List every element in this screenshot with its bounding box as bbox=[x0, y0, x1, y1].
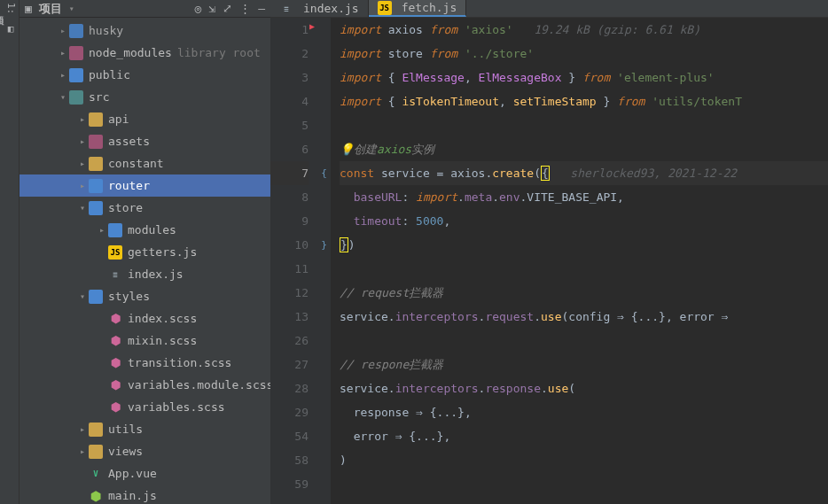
code-line[interactable]: // respone拦截器 bbox=[340, 353, 828, 376]
code-line[interactable]: service.interceptors.response.use( bbox=[340, 376, 828, 400]
tree-item-getters-js[interactable]: JSgetters.js bbox=[20, 241, 270, 263]
tree-item-styles[interactable]: styles bbox=[20, 285, 270, 307]
line-number[interactable]: 12 bbox=[270, 281, 309, 305]
code-line[interactable]: }) bbox=[340, 233, 828, 257]
bookmarks-icon[interactable]: ◧ bbox=[3, 21, 17, 35]
line-number[interactable]: 10 bbox=[270, 233, 309, 257]
code-line[interactable]: baseURL: import.meta.env.VITE_BASE_API, bbox=[340, 185, 828, 209]
fold-marker bbox=[317, 113, 331, 137]
tree-item-utils[interactable]: utils bbox=[20, 418, 270, 440]
line-number[interactable]: 6 bbox=[270, 137, 309, 161]
expand-icon[interactable]: ⤢ bbox=[223, 2, 232, 15]
expand-arrow-icon[interactable] bbox=[57, 48, 69, 58]
code-line[interactable]: service.interceptors.request.use(config … bbox=[340, 305, 828, 329]
tab-fetch-js[interactable]: JSfetch.js bbox=[369, 0, 467, 17]
code-line[interactable] bbox=[340, 113, 828, 137]
line-gutter[interactable]: ▶ 1234567891011121326272829545859 bbox=[270, 18, 317, 504]
line-number[interactable]: 54 bbox=[270, 424, 309, 448]
tree-item-assets[interactable]: assets bbox=[20, 130, 270, 152]
tree-item-mixin-scss[interactable]: ⬢mixin.scss bbox=[20, 330, 270, 352]
line-number[interactable]: 28 bbox=[270, 376, 309, 400]
code-line[interactable] bbox=[340, 257, 828, 281]
tab-index-js[interactable]: ≡index.js bbox=[270, 0, 369, 17]
expand-arrow-icon[interactable] bbox=[57, 70, 69, 80]
chevron-down-icon[interactable]: ▾ bbox=[69, 4, 74, 13]
fold-marker[interactable]: { bbox=[317, 161, 331, 185]
tree-item-husky[interactable]: husky bbox=[20, 19, 270, 42]
editor-area: ≡index.jsJSfetch.js ▶ 123456789101112132… bbox=[270, 0, 828, 504]
tree-item-App-vue[interactable]: VApp.vue bbox=[20, 462, 270, 485]
tree-item-index-js[interactable]: ≡index.js bbox=[20, 263, 270, 285]
fold-marker bbox=[317, 18, 331, 42]
code-line[interactable]: timeout: 5000, bbox=[340, 209, 828, 233]
line-number[interactable]: 9 bbox=[270, 209, 309, 233]
line-number[interactable]: 7 bbox=[270, 161, 309, 185]
expand-arrow-icon[interactable] bbox=[76, 136, 89, 146]
run-marker-icon[interactable]: ▶ bbox=[309, 21, 315, 31]
expand-arrow-icon[interactable] bbox=[76, 203, 89, 213]
code-line[interactable]: 💡创建axios实例 bbox=[340, 137, 828, 161]
expand-arrow-icon[interactable] bbox=[76, 446, 89, 456]
expand-arrow-icon[interactable] bbox=[57, 92, 69, 102]
line-number[interactable]: 2 bbox=[270, 42, 309, 66]
collapse-icon[interactable]: ⇲ bbox=[208, 2, 215, 15]
fold-column[interactable]: {} bbox=[317, 18, 331, 504]
line-number[interactable]: 5 bbox=[270, 113, 309, 137]
line-number[interactable]: 13 bbox=[270, 305, 309, 329]
code-line[interactable]: import axios from 'axios' 19.24 kB (gzip… bbox=[340, 18, 828, 42]
code-line[interactable]: error ⇒ {...}, bbox=[340, 424, 828, 448]
expand-arrow-icon[interactable] bbox=[57, 26, 69, 35]
expand-arrow-icon[interactable] bbox=[76, 181, 89, 190]
tree-item-label: node_modules bbox=[89, 46, 172, 59]
code-line[interactable]: import { ElMessage, ElMessageBox } from … bbox=[340, 66, 828, 89]
fold-marker bbox=[317, 424, 331, 448]
code-line[interactable]: ) bbox=[340, 448, 828, 472]
code-line[interactable]: response ⇒ {...}, bbox=[340, 400, 828, 424]
expand-arrow-icon[interactable] bbox=[76, 114, 89, 124]
code-line[interactable] bbox=[340, 472, 828, 496]
line-number[interactable]: 8 bbox=[270, 185, 309, 209]
fold-marker[interactable]: } bbox=[317, 233, 331, 257]
expand-arrow-icon[interactable] bbox=[76, 424, 89, 434]
file-tree[interactable]: huskynode_moduleslibrary rootpublicsrcap… bbox=[20, 18, 270, 504]
line-number[interactable]: 58 bbox=[270, 448, 309, 472]
line-number[interactable]: 11 bbox=[270, 257, 309, 281]
fold-marker bbox=[317, 66, 331, 89]
tree-item-views[interactable]: views bbox=[20, 440, 270, 462]
code-line[interactable] bbox=[340, 329, 828, 353]
code-line[interactable]: const service = axios.create({ sherlocke… bbox=[340, 161, 828, 185]
project-tool-label[interactable]: 1: 项目 bbox=[3, 2, 17, 16]
line-number[interactable]: 29 bbox=[270, 400, 309, 424]
tree-item-label: modules bbox=[128, 223, 176, 236]
target-icon[interactable]: ◎ bbox=[195, 2, 202, 15]
code-line[interactable]: // request拦截器 bbox=[340, 281, 828, 305]
tree-item-modules[interactable]: modules bbox=[20, 219, 270, 241]
tree-item-store[interactable]: store bbox=[20, 197, 270, 219]
minimize-icon[interactable]: — bbox=[258, 2, 265, 15]
tree-item-variables-scss[interactable]: ⬢variables.scss bbox=[20, 396, 270, 418]
line-number[interactable]: 26 bbox=[270, 329, 309, 353]
tree-item-index-scss[interactable]: ⬢index.scss bbox=[20, 307, 270, 330]
expand-arrow-icon[interactable] bbox=[96, 225, 108, 235]
code-line[interactable]: import store from '../store' bbox=[340, 42, 828, 66]
tree-item-constant[interactable]: constant bbox=[20, 152, 270, 174]
code-line[interactable]: import { isTokenTimeout, setTimeStamp } … bbox=[340, 89, 828, 113]
line-number[interactable]: 59 bbox=[270, 472, 309, 496]
tree-item-src[interactable]: src bbox=[20, 86, 270, 108]
tree-item-public[interactable]: public bbox=[20, 64, 270, 86]
tree-item-label: views bbox=[108, 445, 143, 458]
line-number[interactable]: 27 bbox=[270, 353, 309, 376]
line-number[interactable]: 1 bbox=[270, 18, 309, 42]
tree-item-transition-scss[interactable]: ⬢transition.scss bbox=[20, 352, 270, 374]
tree-item-api[interactable]: api bbox=[20, 108, 270, 130]
tree-item-main-js[interactable]: ⬢main.js bbox=[20, 485, 270, 504]
line-number[interactable]: 4 bbox=[270, 89, 309, 113]
line-number[interactable]: 3 bbox=[270, 66, 309, 89]
expand-arrow-icon[interactable] bbox=[76, 159, 89, 168]
code-content[interactable]: import axios from 'axios' 19.24 kB (gzip… bbox=[331, 18, 828, 504]
tree-item-variables-module-scss[interactable]: ⬢variables.module.scss bbox=[20, 374, 270, 396]
expand-arrow-icon[interactable] bbox=[76, 291, 89, 301]
tree-item-node_modules[interactable]: node_moduleslibrary root bbox=[20, 42, 270, 64]
tree-item-router[interactable]: router bbox=[20, 174, 270, 197]
more-icon[interactable]: ⋮ bbox=[239, 2, 251, 15]
